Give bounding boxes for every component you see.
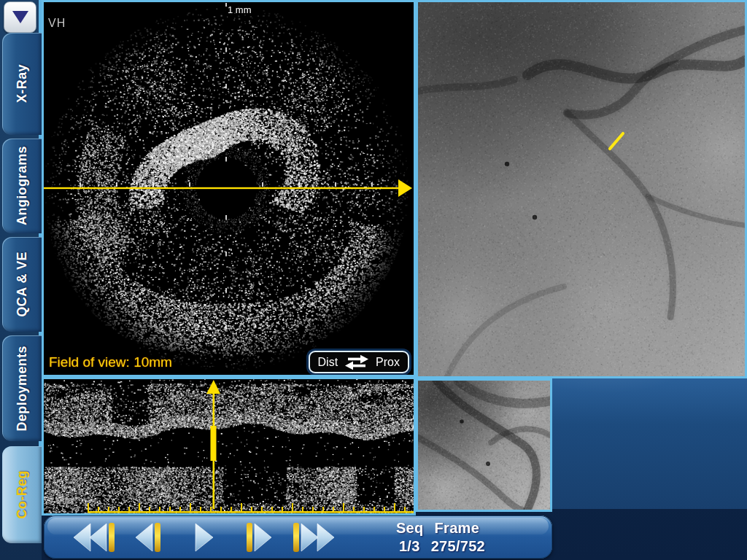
frame-value: 275/752 <box>431 538 485 554</box>
vh-mode-label: VH <box>48 17 66 30</box>
xray-image[interactable] <box>418 2 745 376</box>
step-forward-icon <box>244 521 274 553</box>
ivus-image[interactable] <box>44 2 414 375</box>
tab-qca-ve[interactable]: QCA & VE <box>2 237 42 332</box>
tab-label: Deployments <box>15 346 30 431</box>
tab-deployments[interactable]: Deployments <box>2 335 42 441</box>
longitudinal-image[interactable] <box>44 379 414 513</box>
seq-value: 1/3 <box>399 538 420 554</box>
tab-label: X-Ray <box>15 64 30 103</box>
ivus-cross-section-panel: VH 1 mm Field of view: 10mm Dist Prox <box>42 0 416 377</box>
skip-forward-icon <box>291 521 336 553</box>
collapse-button[interactable] <box>4 1 36 33</box>
seq-label: Seq <box>396 520 424 536</box>
dist-label: Dist <box>318 356 338 369</box>
triangle-down-icon <box>12 11 28 23</box>
background-panel <box>552 376 747 509</box>
sidebar: X-Ray Angiograms QCA & VE Deployments Co… <box>0 0 42 560</box>
tab-coreg[interactable]: Co-Reg <box>2 446 42 543</box>
longitudinal-ivus-panel: 5 mm <box>42 377 416 516</box>
skip-backward-button[interactable] <box>72 521 117 553</box>
step-backward-icon <box>134 521 162 553</box>
ivus-scale-label: 1 mm <box>228 4 252 15</box>
ild-scale-label: 5 mm <box>47 494 73 506</box>
play-button[interactable] <box>193 521 215 553</box>
step-forward-button[interactable] <box>244 521 274 553</box>
angiogram-thumbnail[interactable] <box>418 381 550 510</box>
play-icon <box>193 521 215 553</box>
tab-xray[interactable]: X-Ray <box>2 33 42 135</box>
tab-label: Angiograms <box>15 146 30 225</box>
swap-arrows-icon <box>344 354 369 370</box>
tab-angiograms[interactable]: Angiograms <box>2 139 42 233</box>
frame-label: Frame <box>435 520 480 536</box>
frame-counter: SeqFrame 1/3275/752 <box>350 519 525 556</box>
skip-forward-button[interactable] <box>291 521 336 553</box>
step-backward-button[interactable] <box>134 521 162 553</box>
tab-label: Co-Reg <box>15 470 30 518</box>
dist-prox-toggle-button[interactable]: Dist Prox <box>309 351 409 373</box>
xray-live-panel <box>416 0 747 378</box>
playback-bar: SeqFrame 1/3275/752 <box>44 516 552 559</box>
angiogram-thumbnail-panel <box>416 378 552 512</box>
prox-label: Prox <box>376 356 400 369</box>
field-of-view-label: Field of view: 10mm <box>49 354 172 370</box>
skip-backward-icon <box>72 521 117 553</box>
tab-label: QCA & VE <box>15 252 30 317</box>
